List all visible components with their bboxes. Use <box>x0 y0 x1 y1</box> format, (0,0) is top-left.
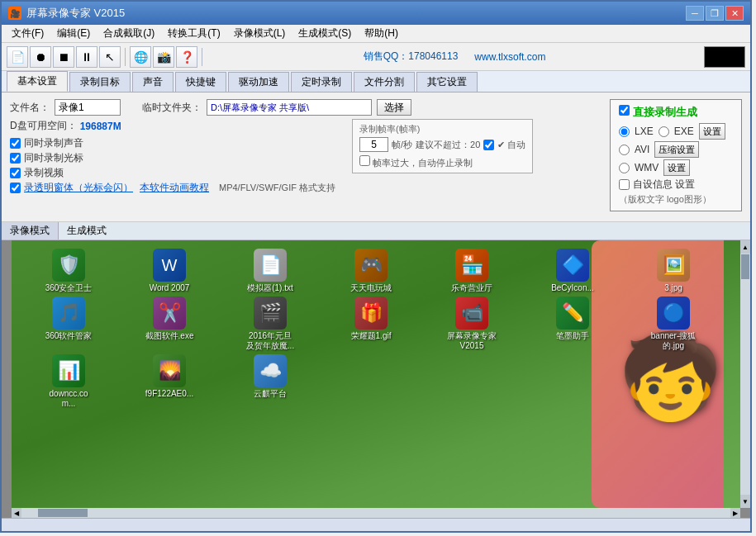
lxe-label: LXE <box>635 126 654 137</box>
icon-label-8: 截图软件.exe <box>145 331 194 341</box>
temp-folder-label: 临时文件夹： <box>142 101 202 115</box>
scrollbar-h-thumb[interactable] <box>38 509 88 517</box>
wmv-radio[interactable] <box>619 163 630 173</box>
icon-image-16: ☁️ <box>254 354 287 387</box>
icon-image-4: 🏪 <box>455 249 488 282</box>
vertical-scrollbar[interactable]: ▲ ▼ <box>740 240 750 508</box>
select-folder-button[interactable]: 选择 <box>377 99 411 116</box>
scrollbar-v-thumb[interactable] <box>741 254 749 279</box>
lxe-radio[interactable] <box>619 126 630 137</box>
temp-folder-input[interactable] <box>207 99 372 116</box>
desktop-icon-9[interactable]: 🎬 2016年元旦及贺年放魔... <box>221 296 319 351</box>
desktop-icon-13[interactable]: 🔵 banner-搜狐的.jpg <box>625 296 722 351</box>
sync-audio-checkbox[interactable] <box>10 138 21 149</box>
disk-space-label: D盘可用空间： <box>10 119 77 133</box>
desktop-icon-3[interactable]: 🎮 天天电玩城 <box>322 249 420 293</box>
preview-inner: 🧒 🛡️ 360安全卫士 W Word 2007 📄 模拟器(1).txt 🎮 … <box>12 240 740 508</box>
generate-mode-label: 生成模式 <box>59 222 115 240</box>
toolbar-camera[interactable]: 📸 <box>153 46 174 68</box>
menu-composite[interactable]: 合成截取(J) <box>97 25 161 42</box>
wmv-label: WMV <box>635 162 659 173</box>
desktop-icon-8[interactable]: ✂️ 截图软件.exe <box>121 296 218 351</box>
tab-driver[interactable]: 驱动加速 <box>228 72 289 92</box>
icon-label-4: 乐奇营业厅 <box>451 283 492 293</box>
horizontal-scrollbar[interactable]: ◀ ▶ <box>12 508 740 518</box>
desktop-icon-0[interactable]: 🛡️ 360安全卫士 <box>20 249 117 293</box>
icon-image-13: 🔵 <box>657 296 690 330</box>
exe-radio[interactable] <box>659 126 669 137</box>
direct-record-checkbox[interactable] <box>619 105 630 116</box>
desktop-icon-10[interactable]: 🎁 荣耀题1.gif <box>322 296 420 351</box>
tab-timer[interactable]: 定时录制 <box>291 72 352 92</box>
auto-info-checkbox[interactable] <box>619 179 630 190</box>
fps-warning-checkbox[interactable] <box>359 155 370 166</box>
toolbar-cursor[interactable]: ↖ <box>99 46 121 68</box>
wmv-row: WMV 设置 <box>619 159 733 176</box>
icon-label-1: Word 2007 <box>150 283 190 293</box>
filename-input[interactable] <box>55 99 121 116</box>
tab-basic-settings[interactable]: 基本设置 <box>7 71 68 92</box>
check-transparent: 录透明窗体（光标会闪） 本软件动画教程 MP4/FLV/SWF/GIF 格式支持 <box>10 181 335 195</box>
toolbar-stop[interactable]: ⏹ <box>53 46 74 68</box>
menu-record-mode[interactable]: 录像模式(L) <box>227 25 292 42</box>
desktop-icon-4[interactable]: 🏪 乐奇营业厅 <box>423 249 521 293</box>
settings1-button[interactable]: 设置 <box>699 123 725 140</box>
toolbar-new[interactable]: 📄 <box>7 46 28 68</box>
icon-image-5: 🔷 <box>556 249 589 282</box>
record-video-checkbox[interactable] <box>10 168 21 178</box>
fps-auto-checkbox[interactable] <box>483 140 494 150</box>
toolbar-web[interactable]: 🌐 <box>130 46 151 68</box>
title-controls: ─ ❐ ✕ <box>686 6 744 21</box>
desktop-icon-1[interactable]: W Word 2007 <box>121 249 218 293</box>
transparent-checkbox[interactable] <box>10 183 21 193</box>
transparent-label[interactable]: 录透明窗体（光标会闪） <box>24 181 133 195</box>
direct-record-label: 直接录制生成 <box>633 106 697 118</box>
check-sync-audio: 同时录制声音 <box>10 136 335 150</box>
fps-warning-text: 帧率过大，自动停止录制 <box>373 158 473 168</box>
icon-image-2: 📄 <box>254 249 287 282</box>
compress-settings-button[interactable]: 压缩设置 <box>654 141 699 158</box>
tab-shortcut[interactable]: 快捷键 <box>175 72 226 92</box>
avi-radio[interactable] <box>619 145 630 155</box>
toolbar-preview-box <box>704 46 745 68</box>
capture-mode-label: 录像模式 <box>2 222 59 240</box>
desktop-icon-14[interactable]: 📊 downcc.com... <box>20 354 117 409</box>
direct-record-title: 直接录制生成 <box>619 105 733 120</box>
toolbar-contact-area: 销售QQ：178046113 www.tlxsoft.com <box>207 50 702 64</box>
desktop-icon-5[interactable]: 🔷 BeCyIcon... <box>524 249 621 293</box>
desktop-icon-16[interactable]: ☁️ 云麒平台 <box>221 354 319 409</box>
desktop-icon-6[interactable]: 🖼️ 3.jpg <box>625 249 722 293</box>
toolbar-separator-1 <box>125 48 126 66</box>
icon-image-10: 🎁 <box>354 296 388 330</box>
toolbar-pause[interactable]: ⏸ <box>76 46 97 68</box>
desktop-icon-12[interactable]: ✏️ 笔墨助手 <box>524 296 621 351</box>
tab-other-settings[interactable]: 其它设置 <box>416 72 478 92</box>
desktop-icon-7[interactable]: 🎵 360软件管家 <box>20 296 117 351</box>
filename-label: 文件名： <box>10 101 50 115</box>
minimize-button[interactable]: ─ <box>686 6 704 21</box>
fps-input[interactable] <box>359 137 388 152</box>
disk-space-value: 196887M <box>80 121 121 132</box>
desktop-icon-2[interactable]: 📄 模拟器(1).txt <box>221 249 319 293</box>
icon-image-9: 🎬 <box>254 296 287 330</box>
fps-recommend: 建议不超过：20 <box>416 139 480 151</box>
menu-generate-mode[interactable]: 生成模式(S) <box>292 25 358 42</box>
icon-label-2: 模拟器(1).txt <box>247 283 293 293</box>
tab-record-target[interactable]: 录制目标 <box>69 72 131 92</box>
menu-convert[interactable]: 转换工具(T) <box>161 25 226 42</box>
fps-section: 录制帧率(帧率) 帧/秒 建议不超过：20 ✔ 自动 帧率过大，自动停止录制 <box>352 119 533 173</box>
tab-audio[interactable]: 声音 <box>132 72 174 92</box>
menu-help[interactable]: 帮助(H) <box>358 25 405 42</box>
restore-button[interactable]: ❐ <box>706 6 724 21</box>
toolbar-help[interactable]: ❓ <box>176 46 197 68</box>
tab-file-split[interactable]: 文件分割 <box>354 72 415 92</box>
menu-edit[interactable]: 编辑(E) <box>50 25 97 42</box>
desktop-icon-15[interactable]: 🌄 f9F122AE0... <box>121 354 218 409</box>
sync-cursor-checkbox[interactable] <box>10 153 21 164</box>
toolbar-record[interactable]: ⏺ <box>30 46 51 68</box>
settings2-button[interactable]: 设置 <box>663 159 690 176</box>
animation-tutorial-link[interactable]: 本软件动画教程 <box>140 181 209 195</box>
menu-file[interactable]: 文件(F) <box>5 25 50 42</box>
desktop-icon-11[interactable]: 📹 屏幕录像专家V2015 <box>423 296 521 351</box>
close-button[interactable]: ✕ <box>725 6 744 21</box>
